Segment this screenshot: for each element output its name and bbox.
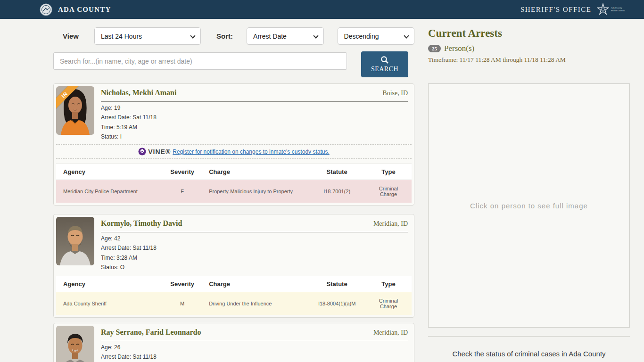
- arrestee-city: Boise, ID: [382, 90, 408, 97]
- charges-header-row: Agency Severity Charge Statute Type: [56, 276, 412, 292]
- charge-description: Driving Under the Influence: [202, 292, 308, 315]
- sidebar-divider: [428, 336, 630, 337]
- arrestee-status: Status: O: [101, 263, 408, 271]
- arrestee-name[interactable]: Ray Serrano, Farid Leonnardo: [101, 328, 201, 337]
- arrest-card: Ray Serrano, Farid Leonnardo Meridian, I…: [53, 323, 414, 362]
- arrestee-arrest-date: Arrest Date: Sat 11/18: [101, 114, 408, 121]
- charge-agency: Ada County Sheriff: [56, 292, 163, 315]
- arrestee-age: Age: 42: [101, 235, 408, 242]
- image-placeholder-text: Click on person to see full image: [470, 202, 588, 210]
- search-button-label: SEARCH: [371, 66, 398, 73]
- sort-field-select[interactable]: Arrest Date: [247, 27, 323, 45]
- arrestee-time: Time: 5:19 AM: [101, 123, 408, 131]
- vine-notification-row: VINE® Register for notification on chang…: [56, 144, 412, 159]
- charge-severity: M: [163, 292, 202, 315]
- timeframe-text: Timeframe: 11/17 11:28 AM through 11/18 …: [428, 56, 630, 64]
- view-select[interactable]: Last 24 Hours: [94, 27, 201, 45]
- chevron-down-icon: [404, 33, 409, 38]
- sort-direction-select[interactable]: Descending: [338, 27, 414, 45]
- arrestee-age: Age: 19: [101, 104, 408, 112]
- mugshot-photo[interactable]: IN: [56, 86, 94, 135]
- view-label: View: [63, 32, 79, 40]
- col-type: Type: [365, 276, 412, 292]
- sort-label: Sort:: [216, 32, 233, 40]
- view-select-value: Last 24 Hours: [101, 33, 142, 40]
- charge-row: Meridian City Police Department F Proper…: [56, 180, 412, 203]
- vine-register-link[interactable]: Register for notification on changes to …: [173, 148, 329, 155]
- sheriff-star-icon: Ada County Sheriff's Office: [597, 3, 625, 16]
- badge-line2: Sheriff's Office: [611, 9, 625, 12]
- col-type: Type: [365, 164, 412, 180]
- county-seal-icon: [40, 3, 52, 16]
- mugshot-image: [56, 217, 94, 265]
- top-navbar: ADA COUNTY SHERIFF'S OFFICE Ada County S…: [0, 0, 644, 19]
- page-title: Current Arrests: [428, 27, 630, 40]
- charge-agency: Meridian City Police Department: [56, 180, 163, 203]
- arrestee-time: Time: 3:28 AM: [101, 254, 408, 262]
- county-name[interactable]: ADA COUNTY: [58, 6, 111, 14]
- col-severity: Severity: [163, 276, 202, 292]
- charge-statute: I18-7001(2): [308, 180, 365, 203]
- arrestee-arrest-date: Arrest Date: Sat 11/18: [101, 244, 408, 252]
- arrest-card: IN Nicholas, Mekhi Amani Boise, ID Age: …: [53, 83, 414, 206]
- col-statute: Statute: [308, 164, 365, 180]
- search-icon: [380, 56, 389, 64]
- vine-brand: VINE®: [148, 148, 171, 156]
- arrestee-status: Status: I: [101, 133, 408, 140]
- full-image-preview-box: Click on person to see full image: [428, 83, 630, 328]
- col-agency: Agency: [56, 276, 163, 292]
- search-input[interactable]: [53, 52, 347, 70]
- chevron-down-icon: [313, 33, 318, 38]
- charges-table: Agency Severity Charge Statute Type Ada …: [56, 276, 412, 315]
- arrestee-name[interactable]: Nicholas, Mekhi Amani: [101, 89, 176, 97]
- chevron-down-icon: [190, 33, 195, 38]
- arrestee-city: Meridian, ID: [373, 220, 408, 228]
- arrestee-city: Meridian, ID: [373, 329, 408, 337]
- charge-row: Ada County Sheriff M Driving Under the I…: [56, 292, 412, 315]
- charge-type: Criminal Charge: [365, 180, 412, 203]
- mugshot-image: [56, 326, 94, 362]
- mugshot-photo[interactable]: [56, 217, 94, 265]
- col-charge: Charge: [202, 276, 308, 292]
- vine-icon: [138, 148, 146, 156]
- arrestee-arrest-date: Arrest Date: Sat 11/18: [101, 353, 408, 361]
- search-button[interactable]: SEARCH: [361, 51, 408, 77]
- charge-type: Criminal Charge: [365, 292, 412, 315]
- arrest-card: Kormylo, Timothy David Meridian, ID Age:…: [53, 214, 414, 318]
- criminal-cases-link[interactable]: Check the status of criminal cases in Ad…: [428, 350, 630, 358]
- charge-statute: I18-8004(1)(a)M: [308, 292, 365, 315]
- sort-field-value: Arrest Date: [253, 33, 287, 40]
- col-charge: Charge: [202, 164, 308, 180]
- person-count-label: Person(s): [444, 44, 474, 53]
- charge-description: Property-Malicious Injury to Property: [202, 180, 308, 203]
- col-severity: Severity: [163, 164, 202, 180]
- charge-severity: F: [163, 180, 202, 203]
- search-bar: SEARCH: [53, 52, 414, 77]
- arrestee-age: Age: 26: [101, 344, 408, 351]
- person-count-badge: 25: [428, 45, 441, 52]
- col-statute: Statute: [308, 276, 365, 292]
- charges-table: Agency Severity Charge Statute Type Meri…: [56, 164, 412, 203]
- sort-direction-value: Descending: [344, 33, 379, 40]
- col-agency: Agency: [56, 164, 163, 180]
- charges-header-row: Agency Severity Charge Statute Type: [56, 164, 412, 180]
- mugshot-photo[interactable]: [56, 326, 94, 362]
- filter-controls: View Last 24 Hours Sort: Arrest Date Des…: [53, 27, 414, 45]
- arrestee-name[interactable]: Kormylo, Timothy David: [101, 219, 182, 228]
- office-name[interactable]: SHERIFF'S OFFICE: [520, 6, 592, 14]
